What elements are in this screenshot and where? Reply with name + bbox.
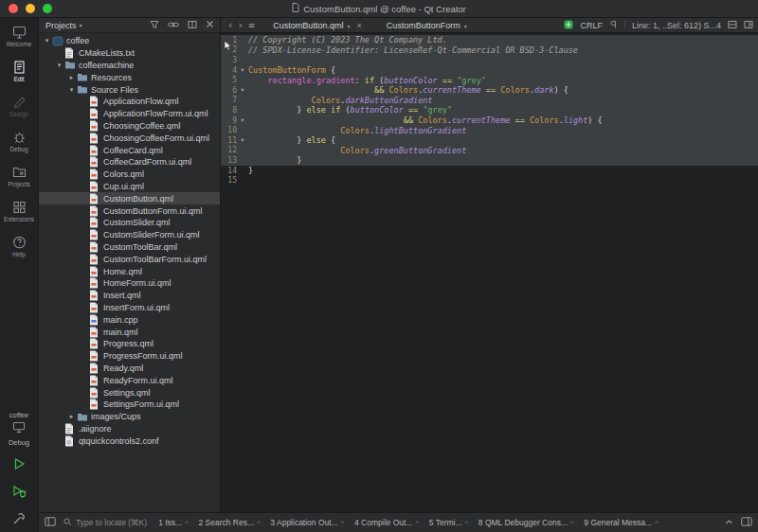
mode-edit[interactable]: Edit — [0, 53, 38, 88]
fold-marker-icon[interactable]: ▾ — [237, 86, 248, 94]
line-ending-selector[interactable]: CRLF — [580, 21, 603, 30]
tree-row[interactable]: Settings.qml — [39, 386, 220, 399]
tree-row[interactable]: ▾Source Files — [39, 83, 220, 96]
close-window-button[interactable] — [9, 4, 18, 13]
navigation-combo[interactable]: Projects — [45, 21, 77, 30]
code-line[interactable]: 4▾CustomButtonForm { — [221, 65, 758, 76]
tree-row[interactable]: CustomButtonForm.ui.qml — [39, 204, 220, 217]
tree-row[interactable]: Ready.qml — [39, 363, 220, 375]
output-pane-button[interactable]: 9 General Messa...^ — [584, 518, 658, 527]
back-icon[interactable]: ‹ — [226, 21, 235, 30]
tree-row[interactable]: main.cpp — [39, 313, 220, 326]
tree-row[interactable]: HomeForm.ui.qml — [39, 277, 220, 290]
tree-row[interactable]: ▸images/Cups — [39, 411, 220, 423]
code-line[interactable]: 1// Copyright (C) 2023 The Qt Company Lt… — [221, 35, 758, 45]
code-line[interactable]: 13 } — [221, 155, 758, 166]
code-line[interactable]: 8 } else if (buttonColor == "grey" — [221, 105, 758, 115]
tree-row[interactable]: InsertForm.ui.qml — [39, 302, 220, 314]
sync-with-editor-icon[interactable] — [168, 20, 179, 31]
tree-row[interactable]: ApplicationFlowForm.ui.qml — [39, 108, 220, 120]
document-dropdown-icon[interactable]: ▾ — [347, 23, 350, 29]
code-line[interactable]: 11▾ } else { — [221, 135, 758, 146]
kit-selector-button[interactable]: coffee Debug — [9, 407, 29, 450]
tree-row[interactable]: SettingsForm.ui.qml — [39, 399, 220, 411]
code-line[interactable]: 10 Colors.lightButtonGradient — [221, 125, 758, 135]
tree-row[interactable]: ChoosingCoffee.qml — [39, 120, 220, 133]
tree-row[interactable]: ProgressForm.ui.qml — [39, 350, 220, 363]
tree-row[interactable]: CustomToolBarForm.ui.qml — [39, 253, 220, 265]
code-line[interactable]: 14} — [221, 166, 758, 176]
fold-marker-icon[interactable]: ▾ — [237, 66, 248, 74]
zoom-window-button[interactable] — [43, 4, 52, 13]
expand-icon[interactable]: ▸ — [66, 74, 77, 81]
close-document-icon[interactable]: × — [356, 21, 361, 30]
code-line[interactable]: 7 Colors.darkButtonGradient — [221, 96, 758, 106]
symbol-combo[interactable]: CustomButtonForm — [387, 21, 460, 30]
output-pane-button[interactable]: 5 Termi...^ — [429, 518, 468, 527]
tree-row[interactable]: Insert.qml — [39, 290, 220, 302]
tree-row[interactable]: CoffeeCard.qml — [39, 144, 220, 156]
language-server-status-icon[interactable] — [564, 20, 573, 31]
forward-icon[interactable]: › — [235, 21, 244, 30]
mode-welcome[interactable]: Welcome — [0, 18, 38, 53]
file-encoding-icon[interactable] — [609, 20, 618, 31]
expand-output-icon[interactable] — [725, 518, 733, 527]
expand-icon[interactable]: ▸ — [66, 413, 77, 420]
tree-row[interactable]: ApplicationFlow.qml — [39, 96, 220, 108]
run-button[interactable] — [11, 450, 27, 477]
tree-row[interactable]: CMakeLists.txt — [39, 47, 220, 60]
debug-run-button[interactable] — [11, 477, 27, 505]
tree-row[interactable]: main.qml — [39, 326, 220, 338]
output-pane-button[interactable]: 3 Application Out...^ — [270, 518, 344, 527]
build-button[interactable] — [11, 505, 27, 532]
filter-icon[interactable] — [150, 20, 159, 31]
expand-icon[interactable]: ▾ — [54, 62, 64, 69]
output-pane-button[interactable]: 2 Search Res...^ — [198, 518, 260, 527]
code-line[interactable]: 12 Colors.greenButtonGradient — [221, 146, 758, 156]
tree-row[interactable]: .aiignore — [39, 423, 220, 435]
code-area[interactable]: 1// Copyright (C) 2023 The Qt Company Lt… — [221, 33, 758, 512]
tree-row[interactable]: CustomToolBar.qml — [39, 241, 220, 254]
fold-marker-icon[interactable]: ▾ — [237, 136, 248, 144]
expand-icon[interactable]: ▾ — [42, 37, 52, 44]
mode-help[interactable]: Help — [0, 228, 38, 263]
symbol-dropdown-icon[interactable]: ▾ — [464, 23, 467, 29]
mode-projects[interactable]: Projects — [0, 158, 38, 193]
tree-row[interactable]: ChoosingCoffeeForm.ui.qml — [39, 132, 220, 144]
code-line[interactable]: 2// SPDX-License-Identifier: LicenseRef-… — [221, 45, 758, 56]
output-pane-button[interactable]: 4 Compile Out...^ — [354, 518, 419, 527]
output-pane-button[interactable]: 1 Iss...^ — [158, 518, 188, 527]
tree-row[interactable]: ReadyForm.ui.qml — [39, 374, 220, 386]
code-line[interactable]: 15 — [221, 175, 758, 186]
tree-row[interactable]: CoffeeCardForm.ui.qml — [39, 156, 220, 168]
minimize-window-button[interactable] — [26, 4, 35, 13]
tree-row[interactable]: ▸Resources — [39, 71, 220, 83]
fold-marker-icon[interactable]: ▾ — [237, 116, 248, 124]
tree-row[interactable]: Colors.qml — [39, 168, 220, 181]
toggle-sidebar-icon[interactable] — [45, 517, 56, 528]
tree-row[interactable]: qtquickcontrols2.conf — [39, 434, 220, 447]
editor-menu-icon[interactable] — [744, 20, 753, 31]
code-line[interactable]: 5 rectangle.gradient: if (buttonColor ==… — [221, 75, 758, 85]
code-line[interactable]: 6▾ && Colors.currentTheme == Colors.dark… — [221, 85, 758, 96]
toggle-right-sidebar-icon[interactable] — [741, 517, 752, 528]
tree-row[interactable]: CustomButton.qml — [39, 192, 220, 204]
locator-field[interactable]: Type to locate (⌘K) — [63, 518, 147, 528]
output-pane-button[interactable]: 8 QML Debugger Cons...^ — [478, 518, 573, 527]
mode-extensions[interactable]: Extensions — [0, 193, 38, 228]
tree-row[interactable]: Home.qml — [39, 265, 220, 277]
tree-row[interactable]: Cup.ui.qml — [39, 181, 220, 193]
open-documents-icon[interactable]: ≡ — [245, 21, 259, 30]
mode-debug[interactable]: Debug — [0, 123, 38, 158]
code-line[interactable]: 9▾ && Colors.currentTheme == Colors.ligh… — [221, 115, 758, 126]
code-line[interactable]: 3 — [221, 55, 758, 65]
tree-row[interactable]: CustomSliderForm.ui.qml — [39, 229, 220, 241]
tree-row[interactable]: Progress.qml — [39, 338, 220, 350]
expand-icon[interactable]: ▾ — [66, 86, 77, 94]
tree-row[interactable]: ▾coffeemachine — [39, 60, 220, 72]
split-panel-icon[interactable] — [188, 20, 197, 31]
tree-row[interactable]: ▾coffee — [39, 35, 220, 47]
close-panel-icon[interactable] — [206, 20, 214, 30]
document-tab[interactable]: CustomButton.qml — [273, 21, 343, 30]
split-editor-icon[interactable] — [728, 20, 737, 31]
